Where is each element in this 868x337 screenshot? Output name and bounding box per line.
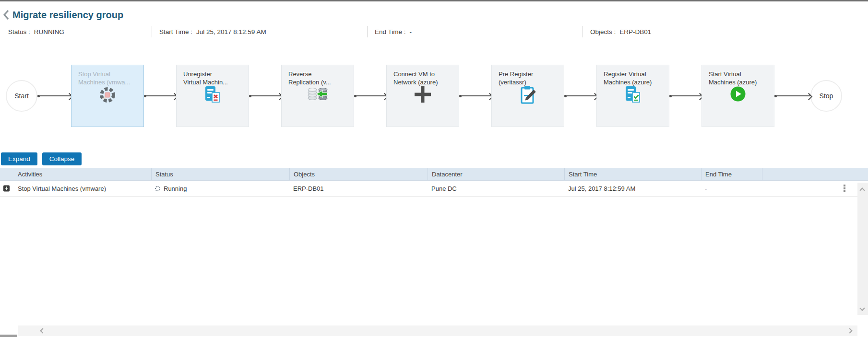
- column-header-objects: Objects: [289, 168, 428, 180]
- start-time-value: Jul 25, 2017 8:12:59 AM: [196, 28, 266, 35]
- flow-arrow: [354, 95, 386, 96]
- flow-arrow: [564, 95, 596, 96]
- stop-node-label: Stop: [820, 92, 833, 100]
- end-time-field: End Time : -: [367, 23, 583, 40]
- scroll-down-icon[interactable]: [859, 305, 865, 311]
- workflow-step-pre-register[interactable]: Pre Register(veritassr): [491, 65, 564, 127]
- horizontal-scrollbar[interactable]: [18, 325, 857, 336]
- step-label: Connect VM toNetwork (azure): [387, 65, 459, 86]
- scroll-right-icon[interactable]: [847, 328, 852, 333]
- step-label: Pre Register(veritassr): [492, 65, 564, 86]
- step-label: UnregisterVirtual Machin...: [177, 65, 249, 86]
- clipboard-edit-icon: [492, 85, 564, 105]
- cell-end-time: -: [701, 181, 762, 196]
- objects-label: Objects :: [590, 28, 616, 35]
- flow-arrow: [459, 95, 491, 96]
- bottom-corner-stub: [0, 335, 17, 337]
- back-button[interactable]: [3, 10, 9, 20]
- plus-icon: [387, 85, 459, 104]
- workflow-stop-node: Stop: [810, 80, 842, 112]
- page-header: Migrate resiliency group: [0, 1, 868, 22]
- workflow-step-reverse-replication[interactable]: ReverseReplication (v...: [281, 65, 354, 127]
- step-label: Register VirtualMachines (azure): [597, 65, 669, 86]
- step-label: ReverseReplication (v...: [282, 65, 354, 86]
- cell-status: Running: [151, 181, 289, 196]
- workflow-step-unregister-virtual-machines[interactable]: UnregisterVirtual Machin...: [176, 65, 249, 127]
- scroll-up-icon[interactable]: [859, 187, 865, 193]
- cell-status-text: Running: [164, 185, 187, 192]
- start-time-field: Start Time : Jul 25, 2017 8:12:59 AM: [152, 23, 367, 40]
- workflow-step-stop-virtual-machines-vmware[interactable]: Stop VirtualMachines (vmwa...: [71, 65, 144, 127]
- play-icon: [702, 85, 774, 103]
- status-bar: Status : RUNNING Start Time : Jul 25, 20…: [0, 23, 868, 40]
- activities-table: Activities Status Objects Datacenter Sta…: [0, 168, 868, 197]
- column-header-datacenter: Datacenter: [428, 168, 564, 180]
- database-reverse-arrow-icon: [282, 85, 354, 103]
- expand-row-icon[interactable]: [3, 186, 10, 192]
- flow-arrow: [669, 95, 702, 96]
- flow-arrow: [144, 95, 176, 96]
- workflow-diagram: Start Stop VirtualMachines (vmwa... Unre…: [0, 40, 868, 151]
- start-node-label: Start: [14, 92, 29, 100]
- vertical-scrollbar[interactable]: [857, 183, 868, 315]
- column-header-status: Status: [151, 168, 289, 180]
- flow-arrow: [249, 95, 281, 96]
- toolbar: Expand Collapse: [1, 152, 868, 165]
- flow-arrow: [37, 95, 71, 96]
- workflow-step-register-virtual-machines[interactable]: Register VirtualMachines (azure): [596, 65, 669, 127]
- start-time-label: Start Time :: [159, 28, 192, 35]
- kebab-vertical-icon[interactable]: [843, 184, 846, 193]
- end-time-label: End Time :: [375, 28, 406, 35]
- collapse-button[interactable]: Collapse: [42, 152, 82, 165]
- column-header-activities: Activities: [0, 168, 151, 180]
- expand-button[interactable]: Expand: [1, 152, 37, 165]
- spinner-icon: [155, 186, 160, 191]
- step-label: Stop VirtualMachines (vmwa...: [71, 65, 143, 86]
- workflow-step-connect-vm-to-network[interactable]: Connect VM toNetwork (azure): [386, 65, 459, 127]
- page-title: Migrate resiliency group: [12, 10, 123, 21]
- table-header-row: Activities Status Objects Datacenter Sta…: [0, 168, 868, 181]
- document-x-icon: [177, 85, 249, 105]
- step-label: Start VirtualMachines (azure): [702, 65, 774, 86]
- document-check-icon: [597, 85, 669, 105]
- objects-value: ERP-DB01: [619, 28, 651, 35]
- cell-datacenter: Pune DC: [428, 181, 564, 196]
- status-label: Status :: [8, 28, 30, 35]
- flow-arrow: [774, 95, 810, 96]
- column-header-end-time: End Time: [701, 168, 762, 180]
- column-header-start-time: Start Time: [564, 168, 701, 180]
- end-time-value: -: [410, 28, 412, 35]
- table-row[interactable]: Stop Virtual Machines (vmware) Running E…: [0, 181, 857, 197]
- chevron-left-icon: [3, 10, 9, 20]
- cell-activity: Stop Virtual Machines (vmware): [0, 181, 151, 196]
- workflow-step-start-virtual-machines[interactable]: Start VirtualMachines (azure): [702, 65, 774, 127]
- status-field: Status : RUNNING: [0, 23, 152, 40]
- running-spinner-icon: [71, 85, 143, 105]
- scroll-left-icon[interactable]: [40, 328, 45, 333]
- workflow-start-node: Start: [6, 80, 37, 112]
- status-value: RUNNING: [34, 28, 64, 35]
- cell-start-time: Jul 25, 2017 8:12:59 AM: [564, 181, 701, 196]
- objects-field: Objects : ERP-DB01: [583, 23, 868, 40]
- migrate-resiliency-group-page: Migrate resiliency group Status : RUNNIN…: [0, 0, 868, 337]
- cell-objects: ERP-DB01: [289, 181, 428, 196]
- column-header-actions: [762, 168, 868, 180]
